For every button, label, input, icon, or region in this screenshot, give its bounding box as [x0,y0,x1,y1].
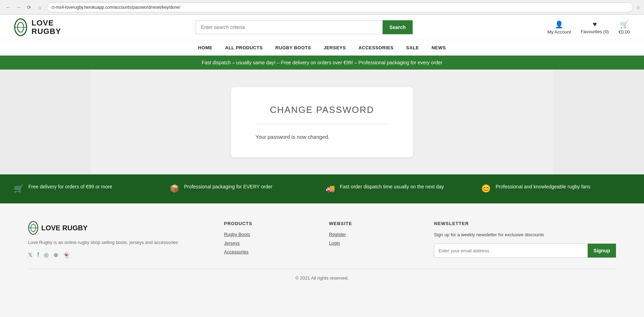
footer-website-col: WEBSITE Register Login [329,221,420,258]
newsletter-signup-button[interactable]: Signup [588,244,616,258]
favourites-link[interactable]: ♥ Favourites (0) [581,20,609,34]
feature-knowledgeable: 😊 Professional and knowledgeable rugby f… [481,183,630,194]
truck-feature-icon: 🚚 [326,183,335,194]
nav-accessories[interactable]: ACCESSORIES [358,45,393,50]
footer-logo[interactable]: LOVE RUGBY [28,221,210,235]
box-feature-icon: 📦 [170,183,179,194]
footer-register-link[interactable]: Register [329,232,420,237]
password-card: CHANGE PASSWORD Your password is now cha… [231,87,413,157]
facebook-icon[interactable]: f [37,252,39,258]
nav-jerseys[interactable]: JERSEYS [324,45,346,50]
logo-area[interactable]: LOVERUGBY [14,19,61,36]
back-button[interactable]: ← [4,3,13,12]
account-icon: 👤 [555,20,564,29]
features-bar: 🛒 Free delivery for orders of €99 or mor… [0,174,644,203]
nav-home[interactable]: HOME [198,45,212,50]
card-divider [255,124,388,124]
social-icons: 𝕏 f ◎ ⊕ 👻 [28,252,210,258]
footer-grid: LOVE RUGBY Love Rugby is an online rugby… [28,221,616,258]
footer-newsletter-col: NEWSLETTER Sign up for a weekly newslett… [434,221,616,258]
browser-chrome: ← → ⟳ ⌂ ci-ms4-loverugby.herokuapp.com/a… [0,0,644,15]
cart-link[interactable]: 🛒 €0.00 [618,20,630,35]
nav-rugby-boots[interactable]: RUGBY BOOTS [275,45,311,50]
feature-delivery: 🛒 Free delivery for orders of €99 or mor… [14,183,163,194]
main-nav: HOME ALL PRODUCTS RUGBY BOOTS JERSEYS AC… [0,40,644,56]
main-content: CHANGE PASSWORD Your password is now cha… [0,70,644,174]
cart-icon: 🛒 [620,20,629,29]
promo-banner: Fast dispatch – usually same day! – Free… [0,56,644,70]
pinterest-icon[interactable]: ⊕ [54,252,58,258]
home-button[interactable]: ⌂ [35,3,44,12]
footer: LOVE RUGBY Love Rugby is an online rugby… [0,203,644,291]
feature-knowledgeable-text: Professional and knowledgeable rugby fan… [496,183,590,190]
newsletter-input[interactable] [434,244,588,258]
forward-button[interactable]: → [14,3,23,12]
browser-nav-buttons[interactable]: ← → ⟳ ⌂ [4,3,44,12]
nav-all-products[interactable]: ALL PRODUCTS [225,45,263,50]
feature-delivery-text: Free delivery for orders of €99 or more [28,183,112,190]
footer-accessories-link[interactable]: Accessories [224,249,315,254]
footer-bottom: © 2021 All rights reserved. [28,269,616,281]
snapchat-icon[interactable]: 👻 [63,252,70,258]
search-area: Search [196,20,413,34]
nav-news[interactable]: NEWS [432,45,446,50]
footer-products-col: PRODUCTS Rugby Boots Jerseys Accessories [224,221,315,258]
site-header: LOVERUGBY Search 👤 My Account ♥ Favourit… [0,15,644,40]
browser-icons: ☆ [636,5,640,10]
feature-dispatch: 🚚 Fast order dispatch time usually on th… [326,183,474,194]
my-account-link[interactable]: 👤 My Account [547,20,571,35]
my-account-label: My Account [547,29,571,35]
cart-label: €0.00 [618,29,630,35]
smile-feature-icon: 😊 [481,183,491,194]
feature-packaging-text: Professional packaging for EVERY order [184,183,272,190]
url-text: ci-ms4-loverugby.herokuapp.com/accounts/… [51,5,180,10]
footer-products-title: PRODUCTS [224,221,315,226]
cart-feature-icon: 🛒 [14,183,23,194]
footer-logo-text: LOVE RUGBY [41,224,88,232]
logo-text: LOVERUGBY [31,19,61,36]
star-icon[interactable]: ☆ [636,5,640,10]
twitter-icon[interactable]: 𝕏 [28,252,33,258]
copyright-text: © 2021 All rights reserved. [295,275,349,281]
header-actions: 👤 My Account ♥ Favourites (0) 🛒 €0.00 [547,20,630,35]
footer-login-link[interactable]: Login [329,240,420,246]
footer-newsletter-title: NEWSLETTER [434,221,616,226]
footer-rugby-boots-link[interactable]: Rugby Boots [224,232,315,237]
newsletter-form: Signup [434,244,616,258]
feature-dispatch-text: Fast order dispatch time usually on the … [340,183,444,190]
footer-description: Love Rugby is an online rugby shop selli… [28,239,210,246]
search-button[interactable]: Search [383,20,413,34]
content-center: CHANGE PASSWORD Your password is now cha… [91,70,553,174]
nav-sale[interactable]: SALE [406,45,419,50]
footer-website-title: WEBSITE [329,221,420,226]
search-input[interactable] [196,20,382,34]
card-message: Your password is now changed. [255,134,388,140]
card-title: CHANGE PASSWORD [255,105,388,115]
newsletter-desc: Sign up for a weekly newsletter for excl… [434,232,616,238]
footer-logo-icon [28,221,38,235]
feature-packaging: 📦 Professional packaging for EVERY order [170,183,318,194]
footer-logo-area: LOVE RUGBY Love Rugby is an online rugby… [28,221,210,258]
footer-jerseys-link[interactable]: Jerseys [224,240,315,246]
instagram-icon[interactable]: ◎ [44,252,49,258]
favourites-label: Favourites (0) [581,29,609,34]
promo-text: Fast dispatch – usually same day! – Free… [202,60,442,65]
address-bar[interactable]: ci-ms4-loverugby.herokuapp.com/accounts/… [47,2,633,12]
sidebar-left [0,70,91,174]
sidebar-right [553,70,644,174]
logo-icon [14,19,27,36]
reload-button[interactable]: ⟳ [24,3,34,12]
heart-icon: ♥ [593,20,597,28]
